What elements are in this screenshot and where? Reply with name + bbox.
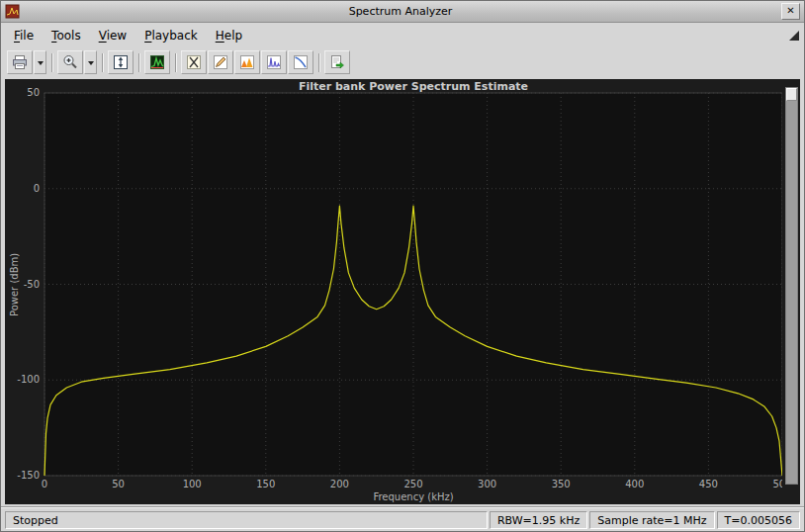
- plot-panel: Filter bank Power Spectrum Estimate 0501…: [5, 79, 800, 504]
- menu-item-view[interactable]: View: [90, 25, 135, 46]
- svg-text:300: 300: [478, 479, 496, 489]
- scrollbar-thumb[interactable]: [786, 88, 797, 101]
- svg-text:200: 200: [330, 479, 349, 489]
- zoom-in-icon: [62, 54, 78, 70]
- peak-finder-button[interactable]: [234, 50, 260, 74]
- menu-item-file[interactable]: File: [5, 25, 43, 46]
- titlebar[interactable]: Spectrum Analyzer ✕: [1, 1, 804, 23]
- dropdown-arrow-icon: [38, 61, 44, 68]
- svg-text:50: 50: [112, 479, 125, 489]
- toolbar-separator: [175, 53, 177, 72]
- toolbar: [1, 48, 804, 76]
- plot-wrapper: Filter bank Power Spectrum Estimate 0501…: [1, 76, 804, 507]
- svg-text:50: 50: [27, 87, 40, 98]
- svg-text:100: 100: [183, 479, 202, 489]
- spectrum-analyzer-window: Spectrum Analyzer ✕ File Tools View Play…: [0, 0, 805, 532]
- window-title: Spectrum Analyzer: [20, 5, 781, 18]
- ccdf-measurements-button[interactable]: [288, 50, 313, 74]
- close-icon: ✕: [786, 5, 794, 16]
- printer-icon: [12, 54, 28, 70]
- print-dropdown[interactable]: [34, 50, 46, 74]
- ccdf-measurements-icon: [293, 54, 309, 70]
- svg-text:-50: -50: [24, 279, 40, 290]
- spectrum-settings-icon: [149, 54, 165, 70]
- menubar: File Tools View Playback Help: [1, 23, 804, 48]
- status-rbw: RBW=1.95 kHz: [490, 511, 587, 529]
- scale-axes-icon: [113, 54, 129, 70]
- export-icon: [329, 54, 345, 70]
- vertical-scrollbar[interactable]: [785, 87, 798, 485]
- cursor-measurements-button[interactable]: [181, 50, 207, 74]
- svg-text:250: 250: [403, 479, 422, 489]
- peak-finder-icon: [239, 54, 255, 70]
- plot-canvas[interactable]: 050100150200250300350400450500500-50-100…: [5, 79, 782, 504]
- zoom-dropdown[interactable]: [84, 50, 97, 74]
- distortion-measurements-button[interactable]: [261, 50, 287, 74]
- toolbar-separator: [102, 53, 104, 72]
- status-state: Stopped: [5, 511, 488, 529]
- svg-text:0: 0: [42, 479, 47, 489]
- zoom-in-button[interactable]: [57, 50, 83, 74]
- window-icon: [5, 4, 20, 19]
- menu-overflow-icon[interactable]: [789, 31, 799, 41]
- svg-text:350: 350: [552, 479, 571, 489]
- cursor-measurements-icon: [186, 54, 202, 70]
- menu-item-tools[interactable]: Tools: [43, 25, 90, 46]
- toolbar-separator: [138, 53, 140, 72]
- statusbar: Stopped RBW=1.95 kHz Sample rate=1 MHz T…: [1, 507, 804, 531]
- signal-statistics-button[interactable]: [208, 50, 233, 74]
- menu-item-playback[interactable]: Playback: [135, 25, 207, 46]
- export-button[interactable]: [324, 50, 350, 74]
- svg-text:400: 400: [625, 479, 644, 489]
- y-axis-label: Power (dBm): [7, 93, 21, 476]
- menu-item-help[interactable]: Help: [207, 25, 251, 46]
- svg-text:150: 150: [256, 479, 275, 489]
- toolbar-separator: [318, 53, 320, 72]
- dropdown-arrow-icon: [88, 61, 94, 68]
- svg-text:450: 450: [699, 479, 718, 489]
- status-sample-rate: Sample rate=1 MHz: [589, 511, 714, 529]
- svg-text:0: 0: [34, 183, 40, 194]
- status-time: T=0.005056: [717, 511, 800, 529]
- x-axis-label: Frequency (kHz): [45, 491, 782, 502]
- svg-text:500: 500: [772, 479, 782, 489]
- toolbar-separator: [51, 53, 53, 72]
- print-button[interactable]: [7, 50, 33, 74]
- scale-axes-button[interactable]: [108, 50, 134, 74]
- distortion-measurements-icon: [266, 54, 282, 70]
- close-button[interactable]: ✕: [781, 3, 800, 20]
- signal-statistics-icon: [213, 54, 228, 70]
- spectrum-settings-button[interactable]: [144, 50, 170, 74]
